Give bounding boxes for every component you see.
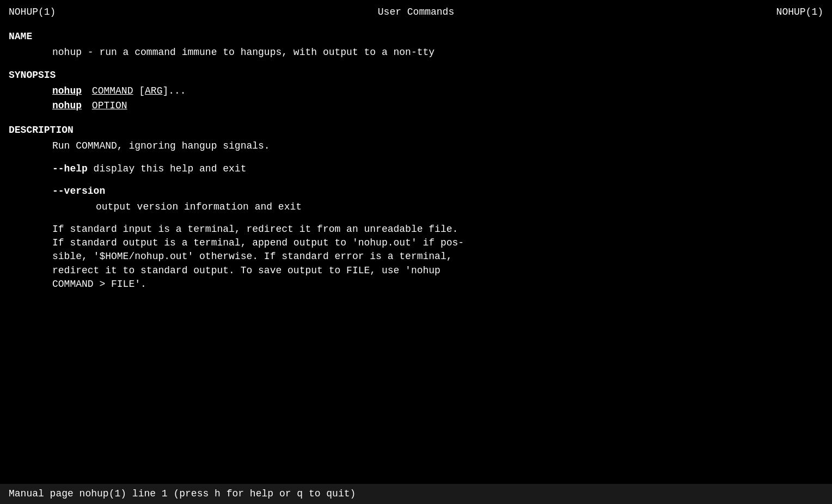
man-page-content: NOHUP(1) User Commands NOHUP(1) NAME noh…	[0, 0, 832, 484]
option-help: --help display this help and exit	[9, 162, 823, 176]
description-heading: DESCRIPTION	[9, 124, 823, 137]
section-synopsis: SYNOPSIS nohup COMMAND [ARG]... nohup OP…	[9, 69, 823, 113]
desc-para-line-1: If standard input is a terminal, redirec…	[52, 223, 823, 236]
name-description: nohup - run a command immune to hangups,…	[9, 46, 823, 59]
section-description: DESCRIPTION Run COMMAND, ignoring hangup…	[9, 124, 823, 291]
header-left: NOHUP(1)	[9, 5, 56, 19]
status-bar: Manual page nohup(1) line 1 (press h for…	[0, 484, 832, 504]
synopsis-nohup-2: nohup	[52, 99, 82, 113]
desc-para-line-4: redirect it to standard output. To save …	[52, 264, 823, 278]
option-version-label: --version	[9, 185, 823, 198]
header-center: User Commands	[378, 5, 454, 19]
synopsis-args-1: COMMAND [ARG]...	[86, 84, 186, 98]
synopsis-line-2: nohup OPTION	[9, 99, 823, 113]
option-help-desc-inline: display this help and exit	[88, 163, 247, 174]
synopsis-line-1: nohup COMMAND [ARG]...	[9, 84, 823, 98]
desc-para-line-2: If standard output is a terminal, append…	[52, 236, 823, 250]
man-page-header: NOHUP(1) User Commands NOHUP(1)	[9, 5, 823, 19]
status-bar-text: Manual page nohup(1) line 1 (press h for…	[9, 488, 356, 499]
synopsis-heading: SYNOPSIS	[9, 69, 823, 82]
option-help-flag: --help	[52, 163, 88, 174]
option-version: --version output version information and…	[9, 185, 823, 214]
desc-para-line-3: sible, '$HOME/nohup.out' otherwise. If s…	[52, 250, 823, 263]
desc-para-line-5: COMMAND > FILE'.	[52, 278, 823, 291]
option-version-desc: output version information and exit	[9, 200, 823, 214]
description-body: Run COMMAND, ignoring hangup signals.	[9, 139, 823, 153]
synopsis-nohup-1: nohup	[52, 84, 82, 98]
synopsis-args-2: OPTION	[86, 99, 127, 113]
header-right: NOHUP(1)	[776, 5, 823, 19]
option-version-flag: --version	[52, 186, 105, 196]
option-help-label: --help display this help and exit	[9, 162, 823, 176]
name-heading: NAME	[9, 30, 823, 44]
description-paragraph: If standard input is a terminal, redirec…	[9, 223, 823, 291]
section-name: NAME nohup - run a command immune to han…	[9, 30, 823, 59]
